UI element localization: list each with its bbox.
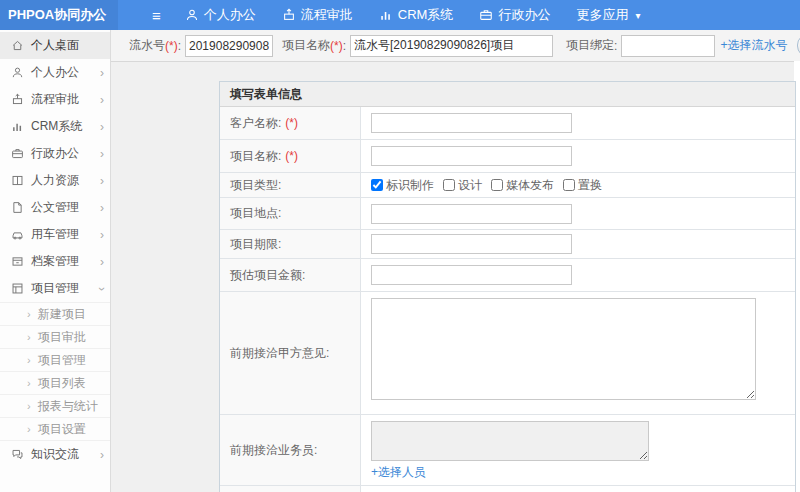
field-label: 项目名称: xyxy=(230,148,281,165)
project-name-field-group: 项目名称(*): xyxy=(282,35,553,57)
select-serial-link[interactable]: +选择流水号 xyxy=(720,37,787,54)
required-mark: (*) xyxy=(285,149,298,163)
colon: : xyxy=(178,39,181,53)
chevron-right-icon: › xyxy=(27,400,31,412)
field-label: 项目类型: xyxy=(230,177,281,194)
chevron-right-icon: › xyxy=(27,423,31,435)
document-icon xyxy=(11,201,24,214)
sidebar-item-label: 流程审批 xyxy=(31,91,79,108)
nav-admin-office[interactable]: 行政办公 xyxy=(479,6,550,24)
sidebar-item-vehicles[interactable]: 用车管理 › xyxy=(0,221,110,248)
checkbox-sign-making[interactable] xyxy=(371,179,383,191)
form-row-next xyxy=(220,486,795,492)
project-location-input[interactable] xyxy=(371,204,572,224)
sidebar-subitem-project-manage[interactable]: › 项目管理 xyxy=(0,348,110,371)
form-section-title: 填写表单信息 xyxy=(220,82,795,107)
archive-icon xyxy=(11,255,24,268)
nav-personal-office[interactable]: 个人办公 xyxy=(185,6,256,24)
customer-name-input[interactable] xyxy=(371,113,572,133)
sidebar-item-crm[interactable]: CRM系统 › xyxy=(0,113,110,140)
chevron-right-icon: › xyxy=(100,175,104,187)
nav-crm-system[interactable]: CRM系统 xyxy=(379,6,454,24)
checkbox-label[interactable]: 设计 xyxy=(458,177,482,194)
sidebar-item-archives[interactable]: 档案管理 › xyxy=(0,248,110,275)
sidebar-subitem-project-approval[interactable]: › 项目审批 xyxy=(0,325,110,348)
sidebar-item-label: CRM系统 xyxy=(31,118,82,135)
colon: : xyxy=(343,39,346,53)
checkbox-label[interactable]: 标识制作 xyxy=(386,177,434,194)
checkbox-replacement[interactable] xyxy=(563,179,575,191)
project-bind-input[interactable] xyxy=(621,35,715,57)
caret-down-icon: ▾ xyxy=(635,10,640,21)
estimated-amount-input[interactable] xyxy=(371,265,572,285)
sidebar-item-personal-office[interactable]: 个人办公 › xyxy=(0,59,110,86)
project-name-input[interactable] xyxy=(350,35,553,57)
user-icon xyxy=(11,66,24,79)
chart-icon xyxy=(11,120,24,133)
sidebar-item-label: 个人办公 xyxy=(31,64,79,81)
chevron-right-icon: › xyxy=(100,148,104,160)
sidebar-subitem-label: 项目设置 xyxy=(38,421,86,438)
nav-label: CRM系统 xyxy=(398,6,454,24)
sidebar-subitem-reports-stats[interactable]: › 报表与统计 xyxy=(0,394,110,417)
checkbox-label[interactable]: 置换 xyxy=(578,177,602,194)
sidebar-subitem-label: 新建项目 xyxy=(38,306,86,323)
required-mark: (*) xyxy=(330,39,343,53)
select-person-link[interactable]: +选择人员 xyxy=(371,464,426,481)
sidebar-item-hr[interactable]: 人力资源 › xyxy=(0,167,110,194)
chart-icon xyxy=(379,8,393,22)
sidebar-item-label: 个人桌面 xyxy=(31,37,79,54)
sidebar-subitem-label: 项目列表 xyxy=(38,375,86,392)
sidebar-subitem-project-list[interactable]: › 项目列表 xyxy=(0,371,110,394)
field-label: 项目期限: xyxy=(230,236,281,253)
sidebar-item-label: 行政办公 xyxy=(31,145,79,162)
project-name-label: 项目名称 xyxy=(282,37,330,54)
nav-label: 流程审批 xyxy=(301,6,353,24)
sidebar-item-label: 用车管理 xyxy=(31,226,79,243)
chat-icon xyxy=(11,448,24,461)
checkbox-design[interactable] xyxy=(443,179,455,191)
top-nav: 个人办公 流程审批 CRM系统 行政办公 更多应用 ▾ xyxy=(185,6,641,24)
chevron-right-icon: › xyxy=(100,449,104,461)
flow-icon xyxy=(282,8,296,22)
project-name-form-input[interactable] xyxy=(371,146,572,166)
sidebar-item-label: 人力资源 xyxy=(31,172,79,189)
briefcase-icon xyxy=(11,147,24,160)
checkbox-media-release[interactable] xyxy=(491,179,503,191)
project-icon xyxy=(11,282,24,295)
checkbox-label[interactable]: 媒体发布 xyxy=(506,177,554,194)
nav-workflow-approval[interactable]: 流程审批 xyxy=(282,6,353,24)
nav-more-apps[interactable]: 更多应用 ▾ xyxy=(576,6,640,24)
sidebar-item-admin[interactable]: 行政办公 › xyxy=(0,140,110,167)
sidebar-item-workflow[interactable]: 流程审批 › xyxy=(0,86,110,113)
sidebar: 个人桌面 个人办公 › 流程审批 › CRM系统 › 行政办公 › 人力资源 › xyxy=(0,30,111,492)
nav-label: 更多应用 xyxy=(576,6,628,24)
sidebar-item-label: 项目管理 xyxy=(31,280,79,297)
form-row-estimated-amount: 预估项目金额: xyxy=(220,259,795,292)
user-icon xyxy=(185,8,199,22)
sidebar-item-projects[interactable]: 项目管理 › xyxy=(0,275,110,302)
sidebar-item-knowledge[interactable]: 知识交流 › xyxy=(0,440,110,468)
top-bar: PHPOA协同办公软件 ≡ 个人办公 流程审批 CRM系统 行政办公 更多应用 … xyxy=(0,0,800,30)
field-label: 预估项目金额: xyxy=(230,267,305,284)
serial-field-group: 流水号(*): xyxy=(129,35,273,57)
hamburger-menu-icon[interactable]: ≡ xyxy=(152,7,161,24)
chevron-right-icon: › xyxy=(27,308,31,320)
record-toolbar: 流水号(*): 项目名称(*): 项目绑定: +选择流水号 保 存 xyxy=(111,30,800,62)
sidebar-subitem-label: 项目管理 xyxy=(38,352,86,369)
sidebar-subitem-new-project[interactable]: › 新建项目 xyxy=(0,302,110,325)
project-bind-label: 项目绑定 xyxy=(566,37,614,54)
book-icon xyxy=(11,174,24,187)
form-panel: 填写表单信息 客户名称:(*) 项目名称:(*) 项目类型: 标识制作 设计 媒… xyxy=(219,81,796,492)
sidebar-item-desktop[interactable]: 个人桌面 xyxy=(0,32,110,59)
form-row-project-location: 项目地点: xyxy=(220,198,795,230)
client-opinion-textarea[interactable] xyxy=(371,298,756,400)
sidebar-item-documents[interactable]: 公文管理 › xyxy=(0,194,110,221)
sidebar-subitem-project-settings[interactable]: › 项目设置 xyxy=(0,417,110,440)
sidebar-subitem-label: 报表与统计 xyxy=(38,398,98,415)
salesperson-textarea[interactable] xyxy=(371,421,649,461)
chevron-right-icon: › xyxy=(27,377,31,389)
serial-input[interactable] xyxy=(185,35,273,57)
field-label: 前期接洽甲方意见: xyxy=(230,345,329,362)
project-duration-input[interactable] xyxy=(371,234,572,254)
